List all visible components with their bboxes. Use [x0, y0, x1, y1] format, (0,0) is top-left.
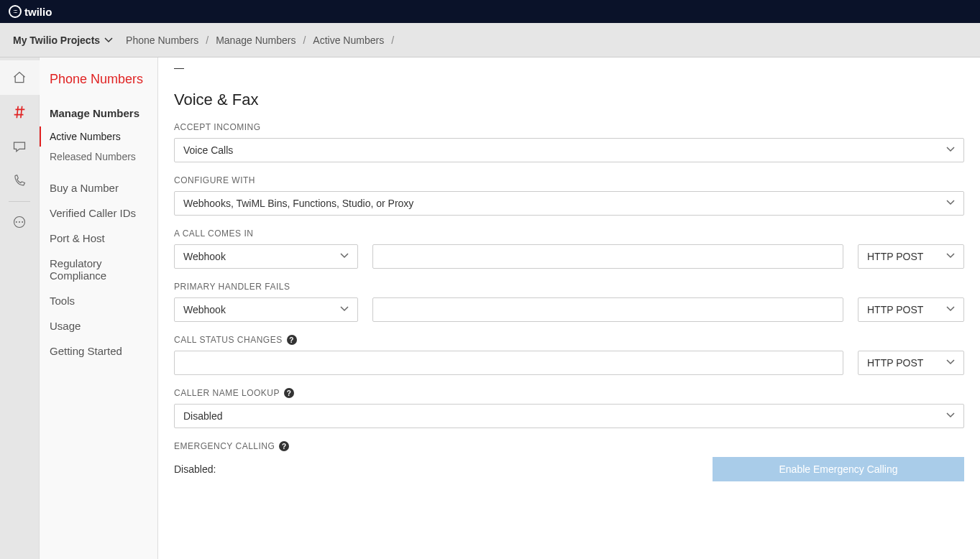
select-caller-name-lookup-value: Disabled: [183, 410, 222, 422]
home-icon: [12, 70, 27, 85]
breadcrumb: Phone Numbers / Manage Numbers / Active …: [126, 34, 394, 46]
top-header: twilio: [0, 0, 980, 23]
hash-icon: [12, 104, 27, 120]
select-caller-name-lookup[interactable]: Disabled: [174, 404, 964, 428]
input-call-comes-in-url[interactable]: [372, 244, 843, 269]
twilio-logo-icon: [9, 5, 22, 18]
notes-block: —: [174, 57, 964, 73]
side-nav-buy-number[interactable]: Buy a Number: [40, 175, 157, 200]
help-icon[interactable]: ?: [279, 441, 289, 451]
svg-point-3: [22, 221, 23, 223]
main-layout: Phone Numbers Manage Numbers Active Numb…: [0, 57, 980, 559]
section-title-voice-fax: Voice & Fax: [174, 91, 964, 109]
icon-rail: [0, 57, 40, 559]
breadcrumb-phone-numbers[interactable]: Phone Numbers: [126, 34, 198, 46]
breadcrumb-separator: /: [206, 34, 209, 46]
brand-name: twilio: [24, 6, 52, 18]
svg-point-2: [19, 221, 20, 223]
breadcrumb-separator: /: [303, 34, 306, 46]
label-call-comes-in: A CALL COMES IN: [174, 228, 964, 239]
chevron-down-icon: [946, 304, 955, 315]
select-accept-incoming-value: Voice Calls: [183, 144, 233, 156]
breadcrumb-manage-numbers[interactable]: Manage Numbers: [216, 34, 296, 46]
rail-voice[interactable]: [0, 164, 40, 198]
side-nav-tools[interactable]: Tools: [40, 288, 157, 313]
svg-point-1: [16, 221, 17, 223]
label-caller-name-lookup: CALLER NAME LOOKUP ?: [174, 388, 964, 398]
breadcrumb-active-numbers[interactable]: Active Numbers: [313, 34, 384, 46]
select-primary-fails-type[interactable]: Webhook: [174, 297, 358, 322]
select-primary-fails-method[interactable]: HTTP POST: [858, 297, 964, 322]
rail-home[interactable]: [0, 60, 40, 95]
side-nav-manage-numbers[interactable]: Manage Numbers: [40, 100, 157, 126]
label-emergency-calling: EMERGENCY CALLING ?: [174, 441, 964, 451]
side-nav: Phone Numbers Manage Numbers Active Numb…: [40, 57, 158, 559]
rail-more[interactable]: [0, 205, 40, 239]
breadcrumb-separator: /: [391, 34, 394, 46]
select-primary-fails-method-value: HTTP POST: [867, 304, 923, 315]
help-icon[interactable]: ?: [284, 388, 294, 398]
breadcrumb-bar: My Twilio Projects Phone Numbers / Manag…: [0, 23, 980, 57]
side-nav-title: Phone Numbers: [40, 72, 157, 100]
select-accept-incoming[interactable]: Voice Calls: [174, 138, 964, 162]
chevron-down-icon: [340, 251, 349, 262]
chevron-down-icon: [946, 357, 955, 369]
notes-value: —: [174, 57, 964, 73]
rail-messaging[interactable]: [0, 129, 40, 164]
chat-icon: [12, 139, 27, 154]
help-icon[interactable]: ?: [287, 335, 297, 345]
main-content: — Voice & Fax ACCEPT INCOMING Voice Call…: [158, 57, 980, 559]
side-nav-getting-started[interactable]: Getting Started: [40, 338, 157, 364]
brand-logo[interactable]: twilio: [9, 5, 52, 18]
side-nav-port-host[interactable]: Port & Host: [40, 226, 157, 251]
chevron-down-icon: [104, 36, 113, 45]
select-call-comes-in-type[interactable]: Webhook: [174, 244, 358, 269]
select-call-comes-in-method-value: HTTP POST: [867, 251, 923, 262]
label-accept-incoming: ACCEPT INCOMING: [174, 122, 964, 132]
rail-phone-numbers[interactable]: [0, 95, 40, 129]
emergency-status: Disabled:: [174, 463, 216, 475]
select-configure-with[interactable]: Webhooks, TwiML Bins, Functions, Studio,…: [174, 191, 964, 216]
phone-icon: [12, 174, 27, 188]
select-configure-with-value: Webhooks, TwiML Bins, Functions, Studio,…: [183, 198, 413, 209]
side-nav-regulatory-compliance[interactable]: Regulatory Compliance: [40, 251, 157, 288]
label-configure-with: CONFIGURE WITH: [174, 175, 964, 185]
chevron-down-icon: [946, 144, 955, 156]
chevron-down-icon: [946, 410, 955, 422]
label-primary-handler-fails: PRIMARY HANDLER FAILS: [174, 282, 964, 292]
chevron-down-icon: [946, 198, 955, 209]
label-call-status-changes: CALL STATUS CHANGES ?: [174, 335, 964, 345]
project-dropdown[interactable]: My Twilio Projects: [13, 34, 113, 46]
chevron-down-icon: [946, 251, 955, 262]
select-call-comes-in-method[interactable]: HTTP POST: [858, 244, 964, 269]
select-status-changes-method[interactable]: HTTP POST: [858, 351, 964, 375]
select-primary-fails-type-value: Webhook: [183, 304, 226, 315]
side-nav-active-numbers[interactable]: Active Numbers: [40, 126, 157, 147]
input-primary-fails-url[interactable]: [372, 297, 843, 322]
enable-emergency-calling-button[interactable]: Enable Emergency Calling: [713, 457, 964, 481]
more-icon: [12, 215, 27, 229]
input-status-changes-url[interactable]: [174, 351, 843, 375]
select-status-changes-method-value: HTTP POST: [867, 357, 923, 369]
side-nav-verified-caller-ids[interactable]: Verified Caller IDs: [40, 200, 157, 226]
rail-divider: [9, 201, 30, 202]
side-nav-usage[interactable]: Usage: [40, 313, 157, 338]
chevron-down-icon: [340, 304, 349, 315]
side-nav-released-numbers[interactable]: Released Numbers: [40, 147, 157, 167]
project-dropdown-label: My Twilio Projects: [13, 34, 100, 46]
select-call-comes-in-type-value: Webhook: [183, 251, 226, 262]
